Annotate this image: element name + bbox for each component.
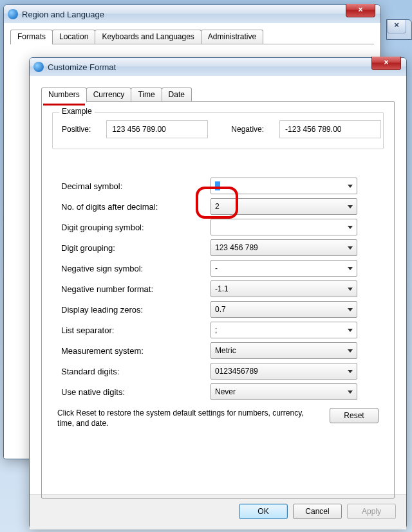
combo-standard-digits[interactable]: 0123456789: [211, 363, 357, 380]
apply-button: Apply: [347, 504, 396, 519]
label-display-leading-zeros: Display leading zeros:: [61, 305, 211, 315]
label-digit-grouping-symbol: Digit grouping symbol:: [61, 223, 211, 232]
example-negative-label: Negative:: [231, 125, 264, 134]
parent-titlebar: Region and Language ×: [4, 5, 380, 23]
combo-use-native-digits[interactable]: Never: [211, 383, 357, 400]
label-measurement-system: Measurement system:: [61, 346, 211, 356]
reset-button[interactable]: Reset: [330, 408, 379, 423]
label-negative-number-format: Negative number format:: [61, 284, 211, 294]
row-digit-grouping: Digit grouping: 123 456 789: [61, 239, 390, 256]
example-positive-value: 123 456 789.00: [106, 120, 208, 138]
example-group: Example Positive: 123 456 789.00 Negativ…: [52, 112, 384, 149]
row-negative-number-format: Negative number format: -1.1: [61, 280, 390, 297]
dialog-body: Numbers Currency Time Date Example Posit…: [30, 76, 406, 494]
parent-window-title: Region and Language: [22, 10, 104, 19]
globe-icon: [8, 9, 18, 19]
row-display-leading-zeros: Display leading zeros: 0.7: [61, 301, 390, 318]
tab-time[interactable]: Time: [131, 87, 162, 102]
combo-negative-number-format[interactable]: -1.1: [211, 280, 357, 297]
dialog-titlebar: Customize Format ×: [30, 58, 406, 76]
dialog-tabbar: Numbers Currency Time Date: [41, 87, 395, 102]
tab-numbers[interactable]: Numbers: [41, 87, 87, 102]
example-positive-label: Positive:: [62, 125, 91, 134]
input-list-separator[interactable]: ;: [211, 322, 357, 338]
example-legend: Example: [59, 107, 95, 116]
label-negative-sign-symbol: Negative sign symbol:: [61, 264, 211, 273]
dialog-close-button[interactable]: ×: [371, 57, 401, 70]
parent-tab-keyboards[interactable]: Keyboards and Languages: [95, 30, 201, 44]
background-window-strip: ×: [386, 19, 412, 40]
tab-panel-numbers: Example Positive: 123 456 789.00 Negativ…: [41, 101, 395, 499]
reset-note-text: Click Reset to restore the system defaul…: [57, 408, 317, 428]
dialog-title: Customize Format: [48, 62, 116, 72]
customize-format-dialog: Customize Format × Numbers Currency Time…: [29, 57, 407, 528]
tab-currency[interactable]: Currency: [86, 87, 132, 102]
parent-tab-formats[interactable]: Formats: [10, 30, 53, 44]
input-digit-grouping-symbol[interactable]: [211, 219, 357, 235]
example-row: Positive: 123 456 789.00 Negative: -123 …: [62, 120, 374, 138]
combo-measurement-system[interactable]: Metric: [211, 342, 357, 359]
row-negative-sign-symbol: Negative sign symbol: -: [61, 260, 390, 277]
row-list-separator: List separator: ;: [61, 322, 390, 338]
background-close-button[interactable]: ×: [387, 20, 406, 33]
input-negative-sign-symbol[interactable]: -: [211, 260, 357, 277]
example-negative-value: -123 456 789.00: [279, 120, 381, 138]
row-standard-digits: Standard digits: 0123456789: [61, 363, 390, 380]
combo-digit-grouping[interactable]: 123 456 789: [211, 239, 357, 256]
label-decimal-symbol: Decimal symbol:: [61, 181, 211, 191]
row-digits-after-decimal: No. of digits after decimal: 2: [61, 198, 390, 215]
label-standard-digits: Standard digits:: [61, 367, 211, 376]
label-digit-grouping: Digit grouping:: [61, 243, 211, 253]
row-decimal-symbol: Decimal symbol:: [61, 178, 390, 194]
parent-tab-administrative[interactable]: Administrative: [201, 30, 263, 44]
parent-tab-location[interactable]: Location: [52, 30, 95, 44]
cancel-button[interactable]: Cancel: [293, 504, 342, 519]
dialog-button-bar: OK Cancel Apply: [30, 494, 406, 529]
decimal-symbol-text[interactable]: [215, 181, 220, 190]
label-list-separator: List separator:: [61, 326, 211, 335]
combo-digits-after-decimal[interactable]: 2: [211, 198, 357, 215]
label-digits-after-decimal: No. of digits after decimal:: [61, 202, 211, 212]
label-use-native-digits: Use native digits:: [61, 387, 211, 397]
combo-display-leading-zeros[interactable]: 0.7: [211, 301, 357, 318]
row-use-native-digits: Use native digits: Never: [61, 383, 390, 400]
tab-date[interactable]: Date: [162, 87, 192, 102]
parent-tabbar: Formats Location Keyboards and Languages…: [10, 30, 374, 44]
parent-close-button[interactable]: ×: [346, 4, 375, 17]
input-decimal-symbol[interactable]: [211, 178, 357, 194]
row-measurement-system: Measurement system: Metric: [61, 342, 390, 359]
reset-note-row: Click Reset to restore the system defaul…: [57, 408, 379, 428]
row-digit-grouping-symbol: Digit grouping symbol:: [61, 219, 390, 235]
ok-button[interactable]: OK: [239, 504, 288, 519]
globe-icon: [33, 62, 44, 72]
red-underline-annotation: [43, 104, 85, 105]
